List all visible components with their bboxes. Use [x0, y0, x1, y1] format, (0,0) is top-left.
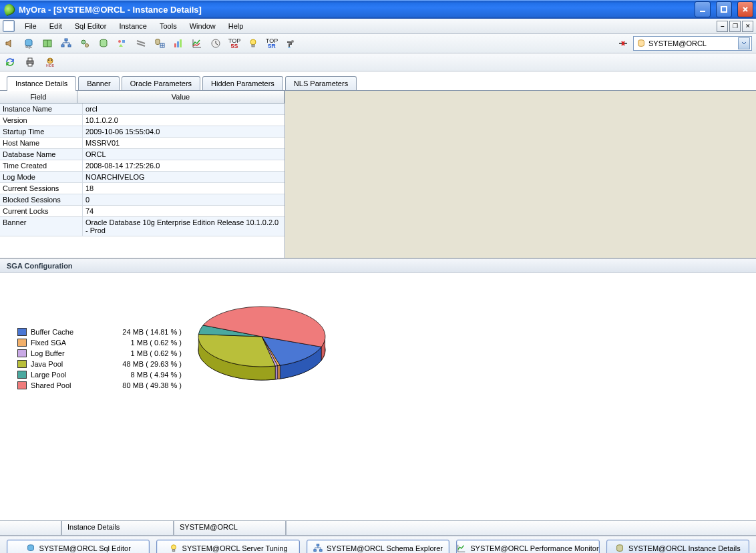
- cell-value: 10.1.0.2.0: [83, 115, 285, 126]
- cell-value: MSSRV01: [83, 138, 285, 148]
- svg-rect-1: [721, 7, 727, 12]
- refresh-icon[interactable]: [4, 56, 16, 68]
- details-grid-panel: Field Value Instance NameorclVersion10.1…: [0, 91, 285, 258]
- sql-icon[interactable]: SQL: [23, 37, 35, 49]
- svg-rect-19: [177, 41, 179, 47]
- grid-header-value[interactable]: Value: [77, 91, 285, 103]
- task-button[interactable]: SYSTEM@ORCL Sql Editor: [7, 540, 150, 553]
- cell-field: Current Sessions: [0, 183, 83, 194]
- tree-icon[interactable]: [60, 37, 72, 49]
- cell-field: Blocked Sessions: [0, 194, 83, 205]
- cell-value: 74: [83, 206, 285, 216]
- mdi-close-button[interactable]: ✕: [742, 21, 753, 32]
- tab-instance-details[interactable]: Instance Details: [7, 76, 76, 90]
- table-row[interactable]: Instance Nameorcl: [0, 104, 285, 115]
- db-connection-icon: [636, 39, 646, 48]
- doc-tab-system-orcl[interactable]: SYSTEM@ORCL: [174, 521, 286, 536]
- task-button[interactable]: SYSTEM@ORCL Server Tuning: [156, 540, 299, 553]
- top5r-icon[interactable]: TOP5R: [266, 37, 278, 49]
- table-row[interactable]: Current Locks74: [0, 206, 285, 217]
- svg-rect-40: [320, 550, 323, 552]
- table-row[interactable]: Host NameMSSRV01: [0, 138, 285, 149]
- tab-banner[interactable]: Banner: [78, 76, 119, 90]
- connection-combo[interactable]: SYSTEM@ORCL: [633, 36, 752, 51]
- app-icon: [3, 3, 17, 17]
- tab-oracle-parameters[interactable]: Oracle Parameters: [122, 76, 200, 90]
- svg-rect-7: [61, 45, 64, 47]
- menu-tools[interactable]: Tools: [154, 21, 182, 31]
- window-close-button[interactable]: [737, 1, 753, 17]
- legend-item: Shared Pool80 MB ( 49.38 % ): [17, 380, 182, 391]
- grid-header-field[interactable]: Field: [0, 91, 77, 103]
- mdi-restore-button[interactable]: ❐: [729, 21, 741, 32]
- task-button-label: SYSTEM@ORCL Schema Explorer: [327, 544, 443, 552]
- cell-field: Host Name: [0, 138, 83, 148]
- task-button[interactable]: SYSTEM@ORCL Schema Explorer: [307, 540, 449, 553]
- menu-instance[interactable]: Instance: [114, 21, 152, 31]
- bulb-icon[interactable]: [247, 37, 259, 49]
- legend-item: Fixed SGA1 MB ( 0.62 % ): [17, 337, 182, 348]
- table-row[interactable]: Time Created2008-08-14 17:25:26.0: [0, 160, 285, 172]
- task-button[interactable]: SYSTEM@ORCL Performance Monitor: [456, 540, 599, 553]
- cell-value: orcl: [83, 104, 285, 114]
- legend-value: 24 MB ( 14.81 % ): [88, 328, 182, 336]
- menu-sql-editor[interactable]: Sql Editor: [69, 21, 112, 31]
- window-maximize-button[interactable]: [716, 1, 732, 17]
- cell-field: Startup Time: [0, 126, 83, 137]
- disconnect-icon[interactable]: [617, 37, 629, 49]
- svg-text:HIDE: HIDE: [46, 63, 55, 67]
- legend-label: Java Pool: [31, 360, 84, 368]
- hide-icon[interactable]: HIDE: [44, 56, 56, 68]
- speaker-icon[interactable]: [4, 37, 16, 49]
- db-grid-icon[interactable]: [154, 37, 166, 49]
- table-row[interactable]: Startup Time2009-10-06 15:55:04.0: [0, 126, 285, 138]
- doc-tab-instance-details[interactable]: Instance Details: [61, 521, 174, 536]
- combo-arrow-icon[interactable]: [738, 37, 750, 49]
- task-button[interactable]: SYSTEM@ORCL Instance Details: [606, 540, 749, 553]
- window-title: MyOra - [SYSTEM@ORCL - Instance Details]: [19, 5, 202, 15]
- mdi-window-controls: ‒ ❐ ✕: [717, 21, 753, 32]
- svg-rect-39: [314, 550, 317, 552]
- db3d-icon[interactable]: [98, 37, 110, 49]
- legend-label: Log Buffer: [31, 349, 84, 357]
- book-icon[interactable]: [41, 37, 53, 49]
- table-row[interactable]: Version10.1.0.2.0: [0, 115, 285, 126]
- grip-icon[interactable]: [135, 37, 147, 49]
- menu-help[interactable]: Help: [223, 21, 249, 31]
- window-minimize-button[interactable]: [695, 1, 711, 17]
- legend-value: 48 MB ( 29.63 % ): [88, 360, 182, 368]
- print-icon[interactable]: [24, 56, 36, 68]
- shapes-icon[interactable]: [116, 37, 128, 49]
- menu-file[interactable]: File: [19, 21, 42, 31]
- table-row[interactable]: Log ModeNOARCHIVELOG: [0, 172, 285, 183]
- cell-value: ORCL: [83, 149, 285, 160]
- table-row[interactable]: BannerOracle Database 10g Enterprise Edi…: [0, 217, 285, 236]
- menu-window[interactable]: Window: [184, 21, 221, 31]
- table-row[interactable]: Blocked Sessions0: [0, 194, 285, 206]
- grid-header: Field Value: [0, 91, 285, 104]
- mdi-minimize-button[interactable]: ‒: [717, 21, 728, 32]
- top5s-icon[interactable]: TOP5S: [228, 37, 240, 49]
- table-row[interactable]: Current Sessions18: [0, 183, 285, 194]
- title-bar: MyOra - [SYSTEM@ORCL - Instance Details]: [0, 0, 756, 19]
- legend-value: 1 MB ( 0.62 % ): [88, 349, 182, 357]
- svg-point-32: [51, 59, 52, 61]
- document-tabs: Instance Details SYSTEM@ORCL: [0, 520, 756, 536]
- legend-swatch: [17, 381, 27, 389]
- tab-nls-parameters[interactable]: NLS Parameters: [285, 76, 357, 90]
- legend-label: Buffer Cache: [31, 328, 84, 336]
- tab-hidden-parameters[interactable]: Hidden Parameters: [202, 76, 283, 90]
- legend-swatch: [17, 328, 27, 336]
- gears-icon[interactable]: [79, 37, 91, 49]
- svg-point-36: [171, 545, 176, 550]
- chart-area: Buffer Cache24 MB ( 14.81 % )Fixed SGA1 …: [0, 273, 756, 520]
- task-button-label: SYSTEM@ORCL Performance Monitor: [470, 544, 598, 552]
- bars-icon[interactable]: [172, 37, 184, 49]
- menu-edit[interactable]: Edit: [44, 21, 67, 31]
- clock-icon[interactable]: [210, 37, 222, 49]
- table-row[interactable]: Database NameORCL: [0, 149, 285, 160]
- tap-icon[interactable]: [285, 37, 297, 49]
- chart-legend: Buffer Cache24 MB ( 14.81 % )Fixed SGA1 …: [17, 327, 182, 391]
- cell-value: 0: [83, 194, 285, 205]
- chart-icon[interactable]: [191, 37, 203, 49]
